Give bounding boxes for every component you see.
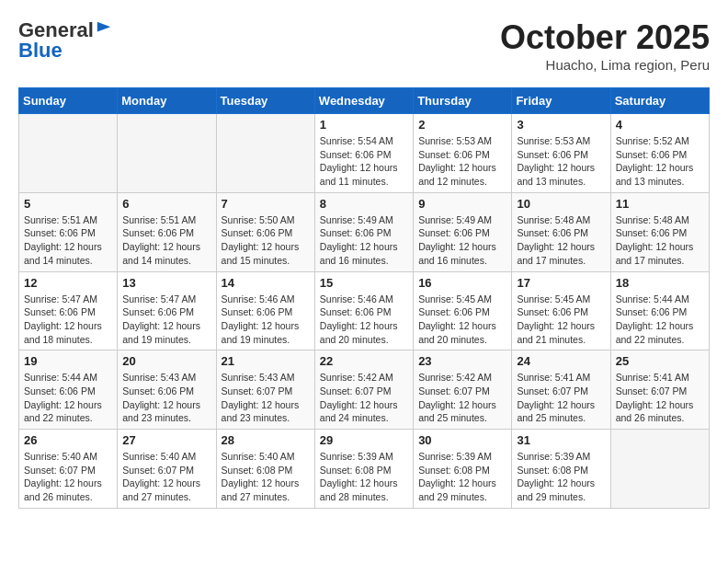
day-info: Sunrise: 5:39 AMSunset: 6:08 PMDaylight:… <box>320 450 408 504</box>
day-number: 10 <box>517 197 605 211</box>
day-info: Sunrise: 5:50 AMSunset: 6:06 PMDaylight:… <box>222 213 310 268</box>
logo: General Blue <box>18 18 112 63</box>
day-number: 8 <box>320 197 408 211</box>
calendar-cell <box>216 114 314 193</box>
weekday-header-friday: Friday <box>512 88 610 114</box>
calendar-cell: 23Sunrise: 5:42 AMSunset: 6:07 PMDayligh… <box>414 350 512 430</box>
day-number: 29 <box>320 433 408 447</box>
day-number: 25 <box>616 354 704 368</box>
calendar-cell: 8Sunrise: 5:49 AMSunset: 6:06 PMDaylight… <box>314 192 413 271</box>
day-number: 14 <box>222 276 310 290</box>
day-number: 12 <box>24 276 112 290</box>
day-info: Sunrise: 5:54 AMSunset: 6:06 PMDaylight:… <box>320 134 408 189</box>
title-area: October 2025 Huacho, Lima region, Peru <box>500 18 710 73</box>
day-info: Sunrise: 5:42 AMSunset: 6:07 PMDaylight:… <box>320 371 408 425</box>
day-info: Sunrise: 5:51 AMSunset: 6:06 PMDaylight:… <box>122 213 210 268</box>
location-subtitle: Huacho, Lima region, Peru <box>500 57 710 73</box>
day-info: Sunrise: 5:44 AMSunset: 6:06 PMDaylight:… <box>616 293 704 347</box>
weekday-header-saturday: Saturday <box>610 88 709 114</box>
calendar-cell: 5Sunrise: 5:51 AMSunset: 6:06 PMDaylight… <box>19 192 118 271</box>
calendar-table: SundayMondayTuesdayWednesdayThursdayFrid… <box>18 87 710 509</box>
calendar-cell: 31Sunrise: 5:39 AMSunset: 6:08 PMDayligh… <box>512 430 610 509</box>
day-info: Sunrise: 5:49 AMSunset: 6:06 PMDaylight:… <box>320 213 408 268</box>
calendar-cell: 20Sunrise: 5:43 AMSunset: 6:06 PMDayligh… <box>118 350 216 430</box>
day-number: 20 <box>122 354 210 368</box>
calendar-cell: 1Sunrise: 5:54 AMSunset: 6:06 PMDaylight… <box>314 114 413 193</box>
day-info: Sunrise: 5:51 AMSunset: 6:06 PMDaylight:… <box>24 213 112 268</box>
day-info: Sunrise: 5:53 AMSunset: 6:06 PMDaylight:… <box>418 134 506 189</box>
month-title: October 2025 <box>500 18 710 57</box>
weekday-header-wednesday: Wednesday <box>314 88 413 114</box>
calendar-cell: 11Sunrise: 5:48 AMSunset: 6:06 PMDayligh… <box>610 192 709 271</box>
calendar-cell: 29Sunrise: 5:39 AMSunset: 6:08 PMDayligh… <box>314 430 413 509</box>
logo-flag-icon <box>96 20 112 37</box>
calendar-cell: 13Sunrise: 5:47 AMSunset: 6:06 PMDayligh… <box>118 271 216 350</box>
day-info: Sunrise: 5:49 AMSunset: 6:06 PMDaylight:… <box>418 213 506 268</box>
day-info: Sunrise: 5:43 AMSunset: 6:07 PMDaylight:… <box>222 371 310 425</box>
calendar-cell: 27Sunrise: 5:40 AMSunset: 6:07 PMDayligh… <box>118 430 216 509</box>
day-number: 16 <box>418 276 506 290</box>
day-number: 11 <box>616 197 704 211</box>
day-info: Sunrise: 5:43 AMSunset: 6:06 PMDaylight:… <box>122 371 210 425</box>
calendar-week-2: 5Sunrise: 5:51 AMSunset: 6:06 PMDaylight… <box>19 192 710 271</box>
day-number: 5 <box>24 197 112 211</box>
calendar-cell: 12Sunrise: 5:47 AMSunset: 6:06 PMDayligh… <box>19 271 118 350</box>
calendar-cell: 10Sunrise: 5:48 AMSunset: 6:06 PMDayligh… <box>512 192 610 271</box>
day-number: 22 <box>320 354 408 368</box>
calendar-cell: 26Sunrise: 5:40 AMSunset: 6:07 PMDayligh… <box>19 430 118 509</box>
day-number: 21 <box>222 354 310 368</box>
calendar-cell: 16Sunrise: 5:45 AMSunset: 6:06 PMDayligh… <box>414 271 512 350</box>
day-number: 30 <box>418 433 506 447</box>
day-number: 4 <box>616 118 704 132</box>
day-info: Sunrise: 5:42 AMSunset: 6:07 PMDaylight:… <box>418 371 506 425</box>
calendar-cell: 25Sunrise: 5:41 AMSunset: 6:07 PMDayligh… <box>610 350 709 430</box>
day-info: Sunrise: 5:47 AMSunset: 6:06 PMDaylight:… <box>24 293 112 347</box>
day-number: 7 <box>222 197 310 211</box>
day-info: Sunrise: 5:39 AMSunset: 6:08 PMDaylight:… <box>517 450 605 504</box>
calendar-cell <box>118 114 216 193</box>
day-number: 6 <box>122 197 210 211</box>
day-info: Sunrise: 5:39 AMSunset: 6:08 PMDaylight:… <box>418 450 506 504</box>
day-number: 2 <box>418 118 506 132</box>
weekday-header-tuesday: Tuesday <box>216 88 314 114</box>
calendar-cell: 18Sunrise: 5:44 AMSunset: 6:06 PMDayligh… <box>610 271 709 350</box>
day-info: Sunrise: 5:46 AMSunset: 6:06 PMDaylight:… <box>320 293 408 347</box>
day-number: 28 <box>222 433 310 447</box>
day-number: 31 <box>517 433 605 447</box>
weekday-header-monday: Monday <box>118 88 216 114</box>
day-info: Sunrise: 5:41 AMSunset: 6:07 PMDaylight:… <box>616 371 704 425</box>
day-info: Sunrise: 5:40 AMSunset: 6:07 PMDaylight:… <box>24 450 112 504</box>
page-header: General Blue October 2025 Huacho, Lima r… <box>18 18 710 73</box>
day-info: Sunrise: 5:45 AMSunset: 6:06 PMDaylight:… <box>418 293 506 347</box>
calendar-cell: 7Sunrise: 5:50 AMSunset: 6:06 PMDaylight… <box>216 192 314 271</box>
day-info: Sunrise: 5:44 AMSunset: 6:06 PMDaylight:… <box>24 371 112 425</box>
day-info: Sunrise: 5:48 AMSunset: 6:06 PMDaylight:… <box>616 213 704 268</box>
calendar-cell: 24Sunrise: 5:41 AMSunset: 6:07 PMDayligh… <box>512 350 610 430</box>
weekday-header-thursday: Thursday <box>414 88 512 114</box>
calendar-cell: 9Sunrise: 5:49 AMSunset: 6:06 PMDaylight… <box>414 192 512 271</box>
calendar-cell: 28Sunrise: 5:40 AMSunset: 6:08 PMDayligh… <box>216 430 314 509</box>
calendar-cell: 14Sunrise: 5:46 AMSunset: 6:06 PMDayligh… <box>216 271 314 350</box>
day-info: Sunrise: 5:53 AMSunset: 6:06 PMDaylight:… <box>517 134 605 189</box>
day-number: 15 <box>320 276 408 290</box>
calendar-cell: 17Sunrise: 5:45 AMSunset: 6:06 PMDayligh… <box>512 271 610 350</box>
day-number: 3 <box>517 118 605 132</box>
calendar-week-5: 26Sunrise: 5:40 AMSunset: 6:07 PMDayligh… <box>19 430 710 509</box>
calendar-cell: 19Sunrise: 5:44 AMSunset: 6:06 PMDayligh… <box>19 350 118 430</box>
calendar-cell: 30Sunrise: 5:39 AMSunset: 6:08 PMDayligh… <box>414 430 512 509</box>
weekday-header-sunday: Sunday <box>19 88 118 114</box>
day-number: 1 <box>320 118 408 132</box>
day-info: Sunrise: 5:45 AMSunset: 6:06 PMDaylight:… <box>517 293 605 347</box>
day-info: Sunrise: 5:40 AMSunset: 6:07 PMDaylight:… <box>122 450 210 504</box>
day-number: 26 <box>24 433 112 447</box>
calendar-cell: 4Sunrise: 5:52 AMSunset: 6:06 PMDaylight… <box>610 114 709 193</box>
day-number: 18 <box>616 276 704 290</box>
calendar-cell <box>610 430 709 509</box>
calendar-week-1: 1Sunrise: 5:54 AMSunset: 6:06 PMDaylight… <box>19 114 710 193</box>
day-number: 19 <box>24 354 112 368</box>
svg-marker-0 <box>97 22 110 32</box>
day-info: Sunrise: 5:40 AMSunset: 6:08 PMDaylight:… <box>222 450 310 504</box>
calendar-cell <box>19 114 118 193</box>
day-info: Sunrise: 5:52 AMSunset: 6:06 PMDaylight:… <box>616 134 704 189</box>
day-info: Sunrise: 5:41 AMSunset: 6:07 PMDaylight:… <box>517 371 605 425</box>
